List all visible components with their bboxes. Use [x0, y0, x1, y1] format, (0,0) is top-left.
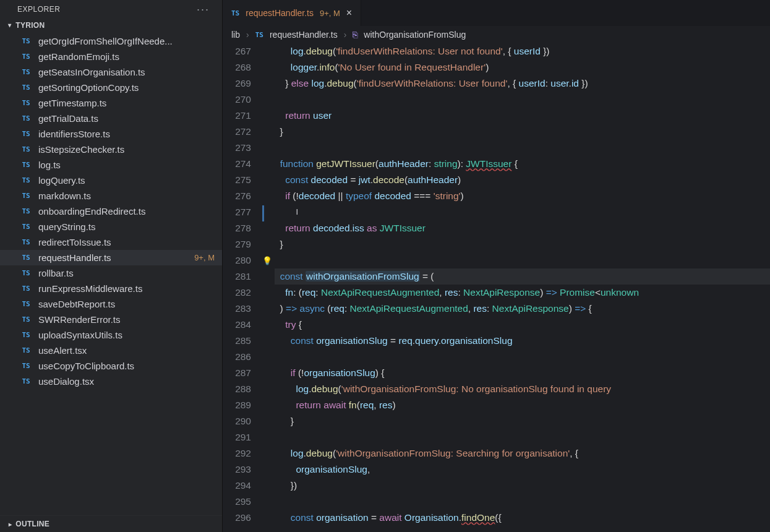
code-line[interactable]: const organisation = await Organisation.… [275, 510, 770, 526]
code-line[interactable]: if (!organisationSlug) { [275, 365, 770, 381]
file-row[interactable]: TSlogQuery.ts [0, 173, 222, 188]
ts-icon: TS [20, 68, 32, 76]
tab-request-handler[interactable]: TS requestHandler.ts 9+, M × [223, 0, 361, 26]
file-name: getSortingOptionCopy.ts [38, 82, 215, 93]
file-row[interactable]: TSgetTrialData.ts [0, 111, 222, 126]
file-row[interactable]: TSuploadSyntaxUtils.ts [0, 327, 222, 343]
ts-icon: TS [20, 130, 32, 138]
breadcrumb: lib › TS requestHandler.ts › ⎘ withOrgan… [223, 26, 770, 43]
code-line[interactable]: } else log.debug('findUserWithRelations:… [275, 75, 770, 92]
ts-icon: TS [20, 346, 32, 354]
ts-icon: TS [20, 114, 32, 122]
file-row[interactable]: TSonboardingEndRedirect.ts [0, 204, 222, 219]
crumb-symbol[interactable]: withOrganisationFromSlug [364, 30, 466, 40]
outline-section[interactable]: ▸ OUTLINE [0, 515, 222, 532]
file-row[interactable]: TSmarkdown.ts [0, 188, 222, 204]
file-row[interactable]: TSrunExpressMiddleware.ts [0, 281, 222, 296]
file-row[interactable]: TSuseAlert.tsx [0, 343, 222, 358]
ts-icon: TS [20, 238, 32, 246]
code-editor[interactable]: 2672682692702712722732742752762772782792… [223, 43, 770, 532]
code-line[interactable]: function getJWTIssuer(authHeader: string… [275, 156, 770, 172]
code-line[interactable]: I [275, 204, 770, 220]
code-line[interactable]: return user [275, 108, 770, 124]
explorer-sidebar: EXPLORER ··· ▸ TYRION TSgetOrgIdFromShel… [0, 0, 223, 532]
lightbulb-icon[interactable]: 💡 [262, 256, 272, 265]
file-row[interactable]: TSrequestHandler.ts9+, M [0, 250, 222, 265]
project-section[interactable]: ▸ TYRION [0, 17, 222, 33]
app-root: EXPLORER ··· ▸ TYRION TSgetOrgIdFromShel… [0, 0, 770, 532]
code-line[interactable]: log.debug('findUserWithRelations: User n… [275, 43, 770, 59]
code-line[interactable]: return decoded.iss as JWTIssuer [275, 220, 770, 236]
file-badge: 9+, M [194, 253, 215, 262]
chevron-right-icon: ▸ [9, 521, 12, 528]
file-row[interactable]: TSgetRandomEmoji.ts [0, 49, 222, 64]
code-line[interactable]: log.debug('withOrganisationFromSlug: No … [275, 381, 770, 397]
code-line[interactable]: }) [275, 478, 770, 494]
file-row[interactable]: TSsaveDebtReport.ts [0, 296, 222, 312]
code-line[interactable]: const withOrganisationFromSlug = ( [275, 268, 770, 285]
file-row[interactable]: TSredirectToIssue.ts [0, 234, 222, 250]
ts-icon: TS [20, 223, 32, 231]
crumb-file[interactable]: requestHandler.ts [270, 30, 338, 40]
file-row[interactable]: TSidentifiersStore.ts [0, 126, 222, 142]
code-line[interactable]: return await fn(req, res) [275, 397, 770, 413]
file-row[interactable]: TSgetSortingOptionCopy.ts [0, 80, 222, 95]
ts-icon: TS [20, 269, 32, 277]
code-line[interactable]: ) => async (req: NextApiRequestAugmented… [275, 301, 770, 317]
file-name: log.ts [38, 160, 215, 170]
code-line[interactable]: organisationSlug, [275, 461, 770, 478]
code-line[interactable]: log.debug('withOrganisationFromSlug: Sea… [275, 445, 770, 461]
code-line[interactable]: } [275, 236, 770, 252]
code-line[interactable] [275, 494, 770, 510]
ts-icon: TS [20, 84, 32, 92]
ts-icon: TS [231, 9, 239, 17]
code-line[interactable]: } [275, 413, 770, 429]
file-row[interactable]: TSlog.ts [0, 157, 222, 173]
file-name: isStepsizeChecker.ts [38, 144, 215, 155]
ts-icon: TS [20, 37, 32, 45]
code-line[interactable]: if (!decoded || typeof decoded === 'stri… [275, 188, 770, 204]
code-line[interactable] [275, 92, 770, 108]
file-row[interactable]: TSisStepsizeChecker.ts [0, 142, 222, 157]
code-line[interactable]: try { [275, 317, 770, 333]
file-row[interactable]: TSgetOrgIdFromShellOrgIfNeede... [0, 33, 222, 49]
chevron-down-icon: ▸ [7, 24, 14, 27]
code-line[interactable]: fn: (req: NextApiRequestAugmented, res: … [275, 285, 770, 301]
ts-icon: TS [20, 192, 32, 200]
ts-icon: TS [20, 331, 32, 339]
file-row[interactable]: TSgetSeatsInOrganisation.ts [0, 64, 222, 80]
file-name: rollbar.ts [38, 268, 215, 278]
file-row[interactable]: TSqueryString.ts [0, 219, 222, 234]
code-line[interactable]: const decoded = jwt.decode(authHeader) [275, 172, 770, 188]
file-row[interactable]: TSgetTimestamp.ts [0, 95, 222, 111]
file-row[interactable]: TSuseDialog.tsx [0, 374, 222, 389]
text-cursor-icon: I [296, 204, 298, 220]
file-row[interactable]: TSrollbar.ts [0, 265, 222, 281]
glyph-margin: 💡 [262, 43, 275, 532]
ts-icon: TS [255, 31, 263, 39]
code-line[interactable] [275, 140, 770, 156]
tab-filename: requestHandler.ts [246, 8, 314, 18]
code-line[interactable] [275, 252, 770, 268]
file-name: SWRRenderError.ts [38, 314, 215, 325]
close-icon[interactable]: × [346, 7, 352, 19]
file-name: requestHandler.ts [38, 252, 188, 263]
ts-icon: TS [20, 53, 32, 61]
code-line[interactable] [275, 349, 770, 365]
file-row[interactable]: TSSWRRenderError.ts [0, 312, 222, 327]
file-name: identifiersStore.ts [38, 129, 215, 139]
code-line[interactable] [275, 429, 770, 445]
crumb-folder[interactable]: lib [231, 30, 240, 40]
file-name: useDialog.tsx [38, 376, 215, 387]
code-line[interactable]: logger.info('No User found in RequestHan… [275, 59, 770, 75]
chevron-right-icon: › [344, 30, 347, 40]
file-name: uploadSyntaxUtils.ts [38, 330, 215, 340]
file-name: getTimestamp.ts [38, 98, 215, 108]
file-name: runExpressMiddleware.ts [38, 283, 215, 294]
ts-icon: TS [20, 300, 32, 308]
file-name: getRandomEmoji.ts [38, 51, 215, 62]
code-line[interactable]: const organisationSlug = req.query.organ… [275, 333, 770, 349]
code-body[interactable]: log.debug('findUserWithRelations: User n… [275, 43, 770, 532]
file-row[interactable]: TSuseCopyToClipboard.ts [0, 358, 222, 374]
code-line[interactable]: } [275, 124, 770, 140]
